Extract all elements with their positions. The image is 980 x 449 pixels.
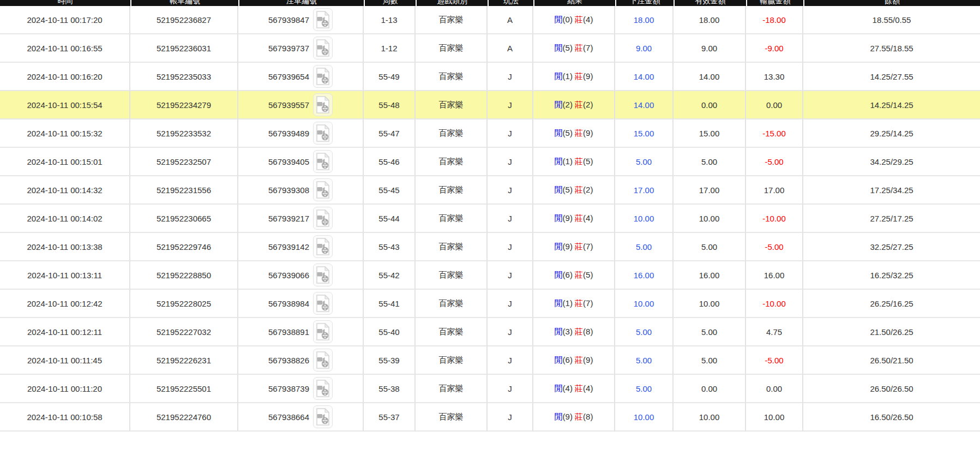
video-replay-button[interactable]: [313, 178, 333, 201]
banker-score: (9): [583, 355, 593, 364]
bet-amount-link[interactable]: 14.00: [634, 100, 654, 110]
col-header-win-loss: 輸贏金額: [746, 0, 803, 6]
bet-amount-link[interactable]: 15.00: [634, 129, 654, 138]
bet-number-group: 567938826: [268, 349, 333, 372]
bet-number-value: 567939489: [268, 129, 309, 138]
cell-bet-number: 567939654: [238, 63, 364, 91]
bet-amount-link[interactable]: 9.00: [636, 44, 652, 53]
bet-number-group: 567939557: [268, 93, 333, 116]
video-replay-button[interactable]: [313, 65, 333, 88]
player-label: 閒: [555, 327, 563, 336]
banker-label: 莊: [575, 412, 583, 421]
cell-game-type: 百家樂: [416, 233, 488, 261]
cell-game-type: 百家樂: [416, 346, 488, 375]
video-replay-button[interactable]: [313, 207, 333, 230]
cell-round: 55-47: [364, 119, 416, 148]
bet-amount-link[interactable]: 5.00: [636, 356, 652, 365]
bet-amount-link[interactable]: 5.00: [636, 157, 652, 166]
bet-amount-link[interactable]: 5.00: [636, 384, 652, 393]
cell-balance: 17.25/34.25: [803, 176, 980, 205]
banker-score: (4): [583, 213, 593, 223]
cell-win-loss: -10.00: [746, 205, 803, 233]
table-row: 2024-10-11 00:12:11521952227032567938891…: [0, 318, 980, 346]
player-label: 閒: [555, 15, 563, 24]
banker-score: (8): [583, 327, 593, 336]
cell-round: 55-39: [364, 346, 416, 375]
cell-round: 55-42: [364, 261, 416, 290]
video-replay-icon: [316, 295, 330, 312]
bet-amount-link[interactable]: 16.00: [634, 271, 654, 280]
bet-number-value: 567938826: [268, 356, 309, 365]
cell-bill-number: 521952236031: [130, 34, 238, 63]
player-label: 閒: [555, 71, 563, 81]
cell-play-code: J: [488, 148, 533, 176]
banker-label: 莊: [575, 355, 583, 364]
bet-number-group: 567938739: [268, 377, 333, 400]
cell-bet-amount: 5.00: [615, 148, 674, 176]
cell-game-type: 百家樂: [416, 6, 488, 34]
bet-number-group: 567938984: [268, 292, 333, 315]
player-label: 閒: [555, 185, 563, 194]
cell-play-code: J: [488, 375, 533, 403]
bet-amount-link[interactable]: 10.00: [634, 299, 654, 308]
video-replay-button[interactable]: [313, 37, 333, 59]
bet-amount-link[interactable]: 10.00: [634, 214, 654, 223]
video-replay-button[interactable]: [313, 235, 333, 258]
player-score: (4): [563, 384, 575, 393]
cell-valid-amount: 17.00: [674, 176, 746, 205]
video-replay-button[interactable]: [313, 8, 333, 31]
banker-score: (9): [583, 71, 593, 81]
player-score: (1): [563, 71, 575, 81]
video-replay-button[interactable]: [313, 264, 333, 286]
player-label: 閒: [555, 298, 563, 308]
video-replay-button[interactable]: [313, 349, 333, 372]
banker-score: (7): [583, 298, 593, 308]
player-score: (9): [563, 242, 575, 251]
bet-amount-link[interactable]: 14.00: [634, 72, 654, 81]
cell-game-type: 百家樂: [416, 148, 488, 176]
cell-win-loss: -5.00: [746, 148, 803, 176]
cell-bet-amount: 5.00: [615, 233, 674, 261]
table-row: 2024-10-11 00:15:01521952232507567939405…: [0, 148, 980, 176]
cell-valid-amount: 10.00: [674, 205, 746, 233]
bet-amount-link[interactable]: 17.00: [634, 185, 654, 195]
bet-number-value: 567939066: [268, 271, 309, 280]
cell-bill-number: 521952228025: [130, 290, 238, 318]
bet-number-value: 567939217: [268, 214, 309, 223]
video-replay-icon: [316, 380, 330, 397]
video-replay-button[interactable]: [313, 292, 333, 315]
bet-amount-link[interactable]: 18.00: [634, 15, 654, 25]
table-row: 2024-10-11 00:16:55521952236031567939737…: [0, 34, 980, 63]
bet-amount-link[interactable]: 10.00: [634, 412, 654, 422]
video-replay-button[interactable]: [313, 377, 333, 400]
cell-play-code: J: [488, 63, 533, 91]
cell-round: 55-41: [364, 290, 416, 318]
bet-number-value: 567938891: [268, 327, 309, 337]
video-replay-button[interactable]: [313, 93, 333, 116]
cell-play-code: J: [488, 318, 533, 346]
bet-number-value: 567939405: [268, 157, 309, 166]
bet-amount-link[interactable]: 5.00: [636, 327, 652, 337]
player-label: 閒: [555, 128, 563, 137]
cell-game-type: 百家樂: [416, 290, 488, 318]
video-replay-button[interactable]: [313, 122, 333, 145]
cell-bet-number: 567939737: [238, 34, 364, 63]
bet-records-table: 時間 帳單編號 注單編號 局數 遊戲類別 玩法 結果 下注金額 有效金額 輸贏金…: [0, 0, 980, 432]
video-replay-button[interactable]: [313, 405, 333, 428]
cell-bet-amount: 5.00: [615, 375, 674, 403]
bet-number-group: 567939405: [268, 150, 333, 173]
table-row: 2024-10-11 00:15:32521952233532567939489…: [0, 119, 980, 148]
cell-round: 55-48: [364, 91, 416, 119]
cell-bet-amount: 15.00: [615, 119, 674, 148]
cell-valid-amount: 5.00: [674, 233, 746, 261]
col-header-time: 時間: [0, 0, 130, 6]
bet-records-page: 時間 帳單編號 注單編號 局數 遊戲類別 玩法 結果 下注金額 有效金額 輸贏金…: [0, 0, 980, 432]
cell-bill-number: 521952235033: [130, 63, 238, 91]
banker-label: 莊: [575, 213, 583, 223]
player-label: 閒: [555, 412, 563, 421]
bet-amount-link[interactable]: 5.00: [636, 242, 652, 252]
video-replay-icon: [316, 408, 330, 426]
cell-round: 55-38: [364, 375, 416, 403]
video-replay-button[interactable]: [313, 150, 333, 173]
video-replay-button[interactable]: [313, 320, 333, 343]
